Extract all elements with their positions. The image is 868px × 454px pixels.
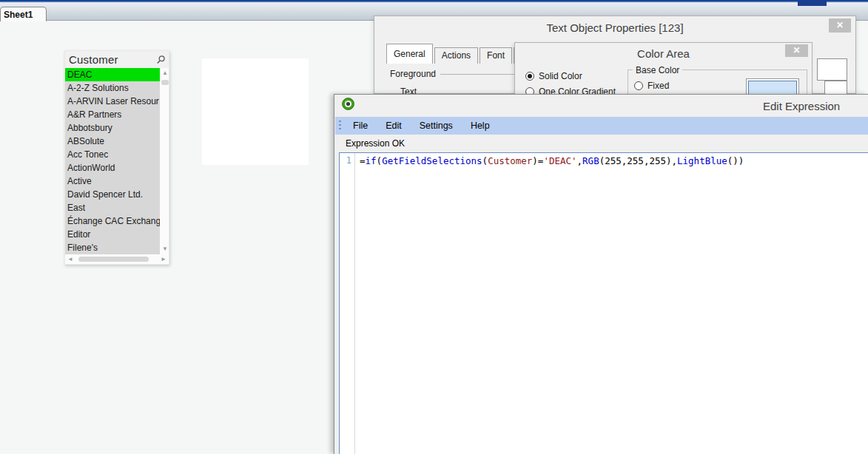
app-titlebar-segment (798, 0, 827, 6)
group-divider (440, 74, 516, 75)
tab-sheet1[interactable]: Sheet1 (0, 7, 47, 21)
scroll-right-icon[interactable]: ► (158, 256, 169, 262)
radio-button-icon[interactable] (525, 72, 534, 81)
scroll-left-icon[interactable]: ◄ (65, 256, 75, 262)
color-area-dialog: Color Area ✕ Solid Color One Color Gradi… (514, 42, 813, 95)
list-item-selected[interactable]: DEAC (65, 68, 160, 81)
code-token: )= (532, 155, 543, 166)
list-item[interactable]: Abbotsbury (65, 121, 160, 135)
text-object[interactable] (202, 58, 309, 165)
expression-editor[interactable]: 1 =if(GetFieldSelections(Customer)='DEAC… (339, 152, 868, 454)
expression-status: Expression OK (346, 138, 405, 149)
horizontal-scrollbar[interactable]: ◄ ► (65, 254, 169, 264)
preview-panel-inner (824, 81, 847, 95)
vertical-scroll-thumb[interactable] (161, 80, 169, 85)
code-token: if (366, 155, 377, 166)
radio-button-icon[interactable] (634, 81, 643, 90)
edit-expression-dialog: Edit Expression File Edit Settings Help … (334, 94, 868, 454)
code-token: Customer (488, 155, 532, 166)
list-item[interactable]: ActionWorld (65, 161, 160, 175)
base-color-group: Base Color Fixed (628, 70, 807, 95)
list-item[interactable]: ABSolute (65, 135, 160, 148)
radio-label: Solid Color (539, 71, 582, 81)
dialog-title: Edit Expression (763, 100, 840, 112)
code-token: (255,255,255) (599, 155, 672, 166)
search-icon[interactable] (155, 55, 166, 65)
horizontal-scroll-thumb[interactable] (78, 257, 149, 262)
list-item[interactable]: Acc Tonec (65, 148, 160, 161)
list-item[interactable]: Editor (65, 228, 160, 241)
code-token: ( (482, 155, 488, 166)
listbox-body: DEAC A-2-Z Solutions A-ARVIN Laser Resou… (65, 68, 169, 254)
menu-help[interactable]: Help (463, 118, 497, 133)
foreground-label: Foreground (390, 69, 436, 79)
menu-settings[interactable]: Settings (412, 118, 460, 133)
tab-font[interactable]: Font (480, 47, 512, 64)
menu-file[interactable]: File (346, 118, 375, 133)
code-token: 'DEAC' (543, 155, 576, 166)
list-item[interactable]: A&R Partners (65, 108, 160, 121)
scroll-up-icon[interactable]: ▲ (160, 69, 170, 78)
list-item[interactable]: Active (65, 175, 160, 188)
radio-fixed[interactable]: Fixed (634, 81, 669, 91)
code-token: ()) (727, 155, 744, 166)
menu-bar: File Edit Settings Help (335, 117, 868, 135)
base-color-label: Base Color (633, 65, 682, 75)
code-token: GetFieldSelections (382, 155, 482, 166)
preview-panel (817, 58, 847, 81)
list-item[interactable]: A-ARVIN Laser Resour (65, 95, 160, 108)
edit-expression-titlebar[interactable]: Edit Expression (334, 95, 868, 117)
list-item[interactable]: Filene's (65, 241, 160, 254)
tab-general[interactable]: General (386, 44, 433, 64)
list-item[interactable]: David Spencer Ltd. (65, 188, 160, 201)
menu-edit[interactable]: Edit (378, 118, 409, 133)
list-item[interactable]: A-2-Z Solutions (65, 81, 160, 95)
radio-label: Fixed (647, 81, 669, 91)
radio-solid-color[interactable]: Solid Color (525, 71, 582, 81)
listbox-title: Customer (69, 53, 155, 66)
expression-code-line[interactable]: =if(GetFieldSelections(Customer)='DEAC',… (355, 153, 868, 454)
code-token: , (672, 155, 678, 166)
tab-actions[interactable]: Actions (434, 47, 478, 64)
listbox-header[interactable]: Customer (65, 51, 169, 68)
close-icon[interactable]: ✕ (785, 44, 808, 57)
close-icon[interactable]: ✕ (829, 18, 851, 33)
foreground-group: Foreground (390, 69, 516, 79)
code-token: LightBlue (677, 155, 727, 166)
code-token: , (577, 155, 583, 166)
code-token: RGB (582, 155, 599, 166)
list-item[interactable]: Échange CAC Exchange (65, 214, 160, 228)
code-token: = (360, 155, 366, 166)
listbox-rows: DEAC A-2-Z Solutions A-ARVIN Laser Resou… (65, 68, 160, 254)
dialog-title: Text Object Properties [123] (374, 21, 855, 34)
code-token: ( (377, 155, 383, 166)
line-number-gutter: 1 (340, 153, 355, 454)
customer-listbox: Customer DEAC A-2-Z Solutions A-ARVIN La… (64, 50, 169, 265)
list-item[interactable]: East (65, 201, 160, 214)
dialog-title: Color Area (515, 47, 812, 60)
qlikview-app-window: Sheet1 Customer DEAC A-2-Z Solutions A-A… (0, 0, 868, 454)
toolbar-grip-icon[interactable] (339, 121, 341, 132)
scroll-down-icon[interactable]: ▼ (160, 245, 170, 254)
qlikview-logo-icon (342, 98, 354, 110)
vertical-scrollbar[interactable]: ▲ ▼ (160, 68, 169, 254)
line-number: 1 (346, 155, 351, 166)
